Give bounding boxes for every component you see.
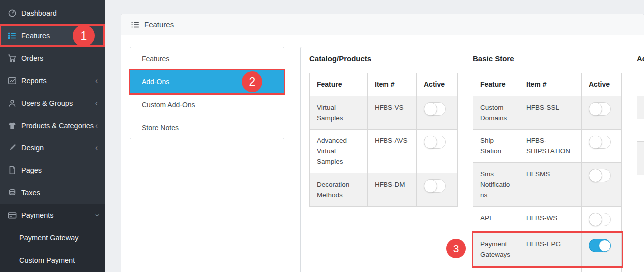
active-toggle[interactable] [424,179,446,193]
annotation-badge-2: 2 [242,71,262,92]
sidebar-item-taxes[interactable]: Taxes [0,181,105,204]
table-row: E [637,96,644,119]
sidebar-subitem-label: Custom Payment [19,256,75,264]
active-toggle[interactable] [589,102,611,116]
feature-cell: Virtual Samples [310,96,368,130]
sidebar-item-label: Reports [21,77,95,85]
chevron-left-icon: ‹ [95,122,98,130]
table-header-row: F [637,73,644,96]
column-header: Feature [310,73,368,96]
column-header: Active [582,73,622,96]
item-number-cell: HFBS-SSL [519,96,582,130]
annotation-badge-1: 1 [73,25,95,47]
table-title: Ad [637,54,644,63]
sidebar-subitem-custom-payment[interactable]: Custom Payment [0,249,105,271]
subnav-item-custom-add-ons[interactable]: Custom Add-Ons [130,93,284,116]
list-icon [131,20,140,29]
feature-cell: Custom Domains [473,96,519,130]
active-cell [417,130,458,173]
sidebar-subitem-payment-gateway[interactable]: Payment Gateway [0,226,105,249]
sidebar-item-payments[interactable]: Payments‹ [0,204,105,226]
active-cell [417,96,458,130]
subnav-item-features[interactable]: Features [130,47,284,70]
active-toggle[interactable] [589,169,611,182]
active-cell [582,163,622,207]
feature-cell: Advanced Virtual Samples [310,130,368,173]
table-row [473,266,622,272]
sidebar-item-pages[interactable]: Pages [0,159,105,181]
sidebar-item-features[interactable]: Features1 [0,24,105,47]
toggle-knob [424,179,437,193]
table-row: M [637,119,644,142]
users-icon [8,99,17,108]
table-row: Advanced Virtual SamplesHFBS-AVS [310,130,458,173]
table-row: Ship StationHFBS-SHIPSTATION [473,130,622,163]
active-toggle[interactable] [424,136,446,149]
active-toggle[interactable] [424,102,446,116]
active-cell [582,233,622,266]
active-toggle[interactable] [589,213,611,226]
active-cell [582,96,622,130]
feature-cell [473,266,519,272]
active-cell [417,173,458,207]
subnav-item-label: Add-Ons [142,78,169,86]
main-panel: Features FeaturesAdd-Ons2Custom Add-OnsS… [121,14,644,272]
feature-table-basic-store: Basic StoreFeatureItem #ActiveCustom Dom… [473,54,622,272]
table-row: Payment GatewaysHFBS-EPG [473,233,622,266]
feature-table-catalog-products: Catalog/ProductsFeatureItem #ActiveVirtu… [309,54,458,207]
coins-icon [8,188,17,197]
column-header: F [637,73,644,96]
table-row: T I [637,142,644,175]
item-number-cell: HFBS-WS [519,207,582,233]
item-number-cell: HFBS-SHIPSTATION [519,130,582,163]
chevron-left-icon: ‹ [95,144,98,152]
sidebar-item-label: Payments [21,211,95,219]
feature-cell: E [637,96,644,119]
toggle-knob [424,102,437,116]
toggle-knob [589,169,602,182]
subnav-item-label: Custom Add-Ons [142,101,195,109]
table-row: Decoration MethodsHFBS-DM [310,173,458,207]
feature-cell: API [473,207,519,233]
subnav-item-label: Store Notes [142,124,179,132]
active-toggle[interactable] [589,136,611,149]
toggle-knob [424,136,437,149]
sidebar-item-design[interactable]: Design‹ [0,136,105,159]
gauge-icon [8,9,17,18]
sidebar-item-orders[interactable]: Orders [0,47,105,69]
item-number-cell: HFBS-DM [368,173,417,207]
toggle-knob [599,240,611,252]
panel-title: Features [144,20,174,29]
sidebar-item-dashboard[interactable]: Dashboard [0,2,105,24]
column-header: Item # [368,73,417,96]
panel-header: Features [121,14,644,35]
table-title: Catalog/Products [309,54,458,63]
active-toggle[interactable] [589,239,611,252]
list-icon [8,31,17,40]
subnav-item-store-notes[interactable]: Store Notes [130,116,284,139]
active-cell [582,130,622,163]
table-row: Sms NotificationsHFSMS [473,163,622,207]
feature-cell: T I [637,142,644,175]
chart-icon [8,76,17,85]
toggle-knob [589,136,602,149]
sidebar-item-users-groups[interactable]: Users & Groups‹ [0,92,105,114]
sidebar-item-label: Users & Groups [21,99,95,107]
feature-cell: Decoration Methods [310,173,368,207]
annotation-badge-3: 3 [446,239,466,258]
sidebar-item-label: Orders [21,54,98,62]
sidebar-item-reports[interactable]: Reports‹ [0,69,105,92]
subnav-item-label: Features [142,55,169,63]
toggle-knob [589,102,602,116]
sidebar-item-label: Design [21,144,95,152]
item-number-cell [519,266,582,272]
column-header: Feature [473,73,519,96]
table-header-row: FeatureItem #Active [473,73,622,96]
item-number-cell: HFSMS [519,163,582,207]
sidebar-item-products-categories[interactable]: Products & Categories‹ [0,114,105,136]
table-row: Custom DomainsHFBS-SSL [473,96,622,130]
brush-icon [8,143,17,152]
feature-subnav: FeaturesAdd-Ons2Custom Add-OnsStore Note… [130,47,284,139]
sidebar-item-label: Pages [21,166,98,174]
subnav-item-add-ons[interactable]: Add-Ons2 [130,70,284,93]
